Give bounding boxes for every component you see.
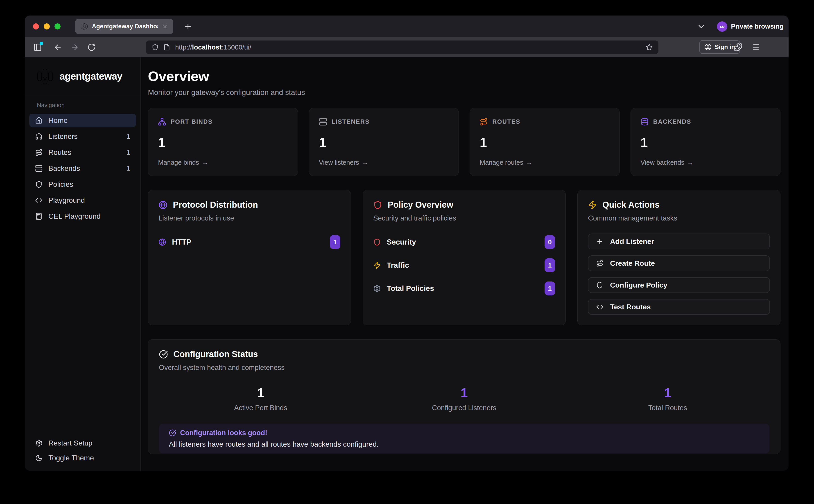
add-listener-button[interactable]: Add Listener [588,234,770,249]
test-routes-button[interactable]: Test Routes [588,299,770,315]
code-icon [35,197,43,204]
stat-card-listeners: LISTENERS 1 View listeners→ [309,108,459,176]
arrow-right-icon: → [526,159,533,166]
view-backends-link[interactable]: View backends→ [641,159,771,166]
sidebar-item-count: 1 [126,149,130,156]
brand: agentgateway [25,57,140,95]
circle-check-icon [159,350,168,359]
tracking-protection-shield-icon[interactable] [152,44,158,51]
toggle-theme-button[interactable]: Toggle Theme [29,450,136,465]
shield-icon [596,281,603,289]
tab-favicon-agentgateway-icon [81,23,88,30]
policy-row-total: Total Policies 1 [373,281,555,296]
zap-icon [373,261,381,269]
minimize-window-button[interactable] [44,23,50,29]
tab-list-dropdown-button[interactable] [697,16,706,37]
sidebar-toggle-button[interactable] [33,43,42,52]
browser-toolbar: http://localhost:15000/ui/ Sign in [25,37,789,57]
count-badge: 0 [545,235,555,249]
sidebar-item-label: Playground [48,196,85,205]
configuration-status-card: Configuration Status Overall system heal… [148,339,780,454]
stat-label: PORT BINDS [171,118,213,125]
stat-card-routes: ROUTES 1 Manage routes→ [470,108,620,176]
manage-routes-link[interactable]: Manage routes→ [480,159,610,166]
browser-tab[interactable]: Agentgateway Dashboard [75,19,173,34]
metric-label: Configured Listeners [362,404,566,412]
restart-setup-button[interactable]: Restart Setup [29,436,136,450]
arrow-right-icon: → [202,159,208,166]
page-info-icon[interactable] [163,44,170,51]
gear-icon [35,439,43,447]
policy-label: Total Policies [387,284,434,293]
stat-label: LISTENERS [331,118,370,125]
close-window-button[interactable] [33,23,39,29]
plus-icon [184,22,192,31]
sidebar-item-label: Listeners [48,132,78,141]
policy-label: Security [387,238,416,246]
sidebar-item-routes[interactable]: Routes 1 [29,146,136,159]
sidebar-item-playground[interactable]: Playground [29,193,136,207]
status-metrics: 1 Active Port Binds 1 Configured Listene… [159,385,769,412]
sign-in-label: Sign in [715,44,735,51]
sidebar-item-backends[interactable]: Backends 1 [29,162,136,175]
page-title: Overview [148,68,780,84]
nav-section: Navigation Home Listeners 1 Routes 1 [25,95,140,223]
globe-icon [158,200,167,209]
view-listeners-link[interactable]: View listeners→ [319,159,449,166]
sidebar-item-cel-playground[interactable]: CEL Playground [29,209,136,223]
policy-row-security: Security 0 [373,235,555,249]
stat-label: ROUTES [492,118,521,125]
metric-label: Total Routes [566,404,769,412]
sidebar-item-home[interactable]: Home [29,114,136,127]
configure-policy-button[interactable]: Configure Policy [588,277,770,293]
code-icon [596,303,603,311]
headphones-icon [35,133,43,140]
tab-close-icon[interactable] [162,24,168,29]
metric-active-port-binds: 1 Active Port Binds [159,385,362,412]
sidebar-item-label: CEL Playground [48,212,101,221]
sidebar-item-listeners[interactable]: Listeners 1 [29,130,136,143]
sidebar-item-policies[interactable]: Policies [29,178,136,191]
extensions-puzzle-icon[interactable] [734,43,742,52]
stat-card-port-binds: PORT BINDS 1 Manage binds→ [148,108,298,176]
nav-section-label: Navigation [29,102,136,109]
private-browsing-label: Private browsing [731,23,784,30]
url-text: http://localhost:15000/ui/ [175,43,251,51]
metric-total-routes: 1 Total Routes [566,385,769,412]
sidebar-item-label: Backends [48,164,80,173]
status-banner: Configuration looks good! All listeners … [159,424,769,453]
new-tab-button[interactable] [184,16,192,37]
manage-binds-link[interactable]: Manage binds→ [158,159,288,166]
banner-message: All listeners have routes and all routes… [169,440,760,448]
protocol-row-http: HTTP 1 [158,235,340,249]
bookmark-star-icon[interactable] [646,44,653,51]
reload-button[interactable] [87,43,96,52]
plus-icon [596,238,603,245]
count-badge: 1 [330,235,340,249]
globe-icon [158,238,166,246]
metric-value: 1 [159,385,362,400]
browser-window: Agentgateway Dashboard ∞ Private browsin… [25,16,789,471]
back-button[interactable] [54,43,62,52]
route-icon [596,260,603,267]
cards-row: Protocol Distribution Listener protocols… [148,190,780,325]
tab-title: Agentgateway Dashboard [92,23,158,30]
network-icon [158,118,166,126]
shield-icon [35,181,43,188]
window-controls [33,16,61,37]
maximize-window-button[interactable] [54,23,61,29]
account-icon [704,43,712,51]
stat-value: 1 [480,135,610,150]
shield-icon [373,200,382,209]
sidebar-item-count: 1 [126,164,130,172]
route-icon [480,118,488,126]
stat-label: BACKENDS [653,118,691,125]
menu-hamburger-icon[interactable] [752,43,760,52]
stat-value: 1 [641,135,771,150]
banner-title-text: Configuration looks good! [180,429,267,437]
card-subtitle: Common management tasks [588,214,770,222]
forward-button[interactable] [70,43,79,52]
url-bar[interactable]: http://localhost:15000/ui/ [146,41,659,54]
create-route-button[interactable]: Create Route [588,255,770,271]
chevron-down-icon [697,22,706,31]
